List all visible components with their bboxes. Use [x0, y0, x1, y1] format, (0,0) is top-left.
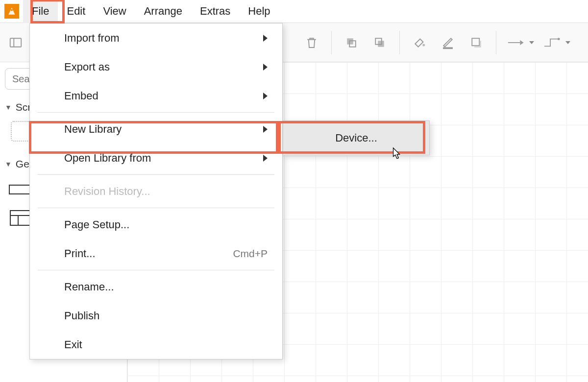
menu-exit[interactable]: Exit — [30, 330, 282, 359]
submenu-arrow-icon — [263, 155, 268, 162]
submenu-arrow-icon — [263, 93, 268, 99]
submenu-arrow-icon — [263, 35, 268, 42]
menu-item-label: Rename... — [64, 281, 114, 293]
svg-rect-3 — [347, 38, 353, 45]
menu-item-label: Page Setup... — [64, 218, 129, 231]
svg-point-0 — [10, 9, 12, 11]
menubar: File Edit View Arrange Extras Help — [0, 0, 588, 23]
menu-help[interactable]: Help — [239, 0, 279, 23]
menu-revision-history: Revision History... — [30, 177, 282, 206]
submenu-arrow-icon — [263, 126, 268, 133]
svg-rect-1 — [10, 38, 22, 47]
waypoints-button[interactable] — [541, 32, 571, 53]
svg-point-7 — [422, 44, 425, 46]
menu-page-setup[interactable]: Page Setup... — [30, 210, 282, 239]
delete-button[interactable] — [301, 32, 322, 53]
to-front-button[interactable] — [341, 32, 362, 53]
submenu-device[interactable]: Device... — [283, 121, 429, 155]
menu-rename[interactable]: Rename... — [30, 272, 282, 301]
menu-edit[interactable]: Edit — [58, 0, 94, 23]
menu-import-from[interactable]: Import from — [30, 24, 282, 52]
toolbar-separator — [496, 31, 496, 54]
menu-file[interactable]: File — [23, 0, 58, 23]
menu-item-label: Open Library from — [64, 152, 151, 165]
app-logo — [0, 0, 23, 23]
menu-item-label: Exit — [64, 338, 82, 351]
chevron-down-icon: ▼ — [5, 160, 12, 168]
menu-extras[interactable]: Extras — [191, 0, 239, 23]
menu-embed[interactable]: Embed — [30, 81, 282, 110]
svg-point-11 — [558, 38, 560, 40]
menu-view[interactable]: View — [94, 0, 135, 23]
menu-export-as[interactable]: Export as — [30, 52, 282, 81]
menu-item-label: New Library — [64, 123, 122, 136]
svg-rect-9 — [472, 38, 479, 46]
to-back-button[interactable] — [369, 32, 391, 53]
menu-item-label: Export as — [64, 61, 110, 73]
menu-item-label: Import from — [64, 32, 119, 45]
menu-print[interactable]: Print... Cmd+P — [30, 239, 282, 268]
file-menu-dropdown: Import from Export as Embed New Library … — [29, 23, 283, 359]
svg-rect-5 — [378, 41, 384, 47]
menu-open-library-from[interactable]: Open Library from — [30, 143, 282, 172]
menu-item-label: Embed — [64, 90, 98, 102]
submenu-arrow-icon — [263, 64, 268, 71]
connection-button[interactable] — [505, 32, 535, 53]
toolbar-separator — [331, 31, 332, 54]
scratchpad-placeholder-shape — [11, 121, 31, 142]
shadow-button[interactable] — [466, 32, 487, 53]
menu-item-label: Publish — [64, 310, 99, 322]
new-library-submenu: Device... — [283, 120, 430, 155]
menu-separator — [38, 112, 274, 113]
fill-color-button[interactable] — [409, 32, 430, 53]
menu-item-label: Revision History... — [64, 185, 150, 198]
menu-separator — [38, 270, 274, 270]
menu-item-label: Print... — [64, 247, 96, 260]
menu-arrange[interactable]: Arrange — [135, 0, 191, 23]
menu-separator — [38, 174, 274, 175]
chevron-down-icon: ▼ — [5, 103, 12, 111]
line-color-button[interactable] — [437, 32, 459, 53]
menu-publish[interactable]: Publish — [30, 301, 282, 330]
menu-new-library[interactable]: New Library — [30, 115, 282, 143]
toolbar-separator — [399, 31, 400, 54]
menu-separator — [38, 208, 274, 208]
toggle-sidebar-button[interactable] — [5, 32, 26, 53]
menu-item-shortcut: Cmd+P — [233, 248, 268, 260]
